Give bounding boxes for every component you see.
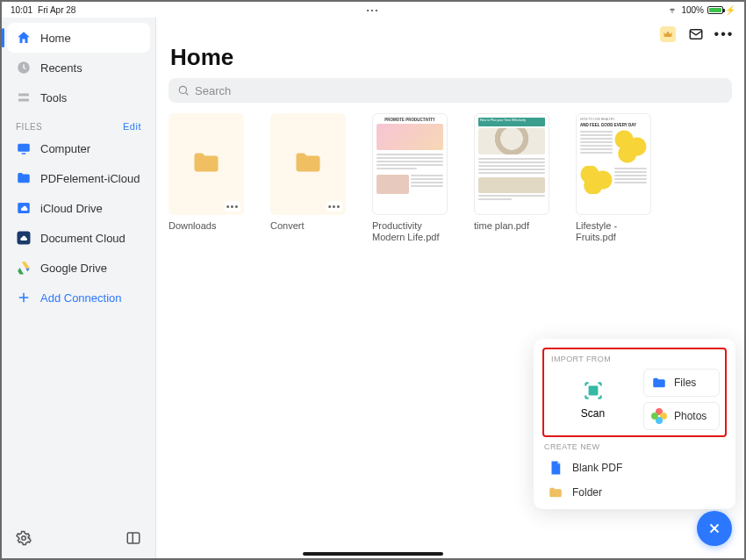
import-from-label: IMPORT FROM	[551, 355, 718, 363]
sidebar-item-label: Tools	[40, 91, 67, 104]
file-item-downloads[interactable]: ••• Downloads	[169, 113, 246, 243]
search-icon	[177, 84, 190, 97]
section-header-files: FILES Edit	[7, 112, 150, 133]
sidebar-add-connection[interactable]: Add Connection	[7, 283, 150, 312]
layout-icon[interactable]	[126, 530, 141, 546]
sidebar-item-computer[interactable]: Computer	[7, 133, 150, 163]
file-item-convert[interactable]: ••• Convert	[270, 113, 348, 243]
home-icon	[16, 30, 32, 46]
main-content: ••• Home Search ••• Downloads	[156, 18, 744, 558]
battery-percent: 100%	[681, 5, 704, 15]
sidebar-item-tools[interactable]: Tools	[7, 83, 150, 112]
status-date: Fri Apr 28	[38, 5, 75, 15]
more-icon[interactable]: •••	[716, 26, 732, 42]
doc-header-text: PROMOTE PRODUCTIVITY	[377, 118, 443, 122]
import-photos-label: Photos	[674, 410, 707, 422]
doc-header-small: HOW TO LIVE HEALTHY	[580, 118, 647, 121]
multitask-dots[interactable]: •••	[367, 6, 379, 14]
computer-icon	[16, 140, 32, 156]
svg-rect-1	[18, 94, 29, 97]
add-menu-panel: IMPORT FROM Scan Files	[534, 339, 735, 509]
document-icon	[548, 460, 563, 476]
sidebar: Home Recents Tools FILES Edit Computer	[2, 18, 156, 558]
status-bar: 10:01 Fri Apr 28 ••• 100% ⚡	[2, 2, 744, 18]
file-label: time plan.pdf	[474, 220, 529, 243]
sidebar-item-icloud-drive[interactable]: iCloud Drive	[7, 193, 150, 223]
file-label: Convert	[270, 220, 305, 243]
create-blank-pdf-label: Blank PDF	[572, 462, 622, 474]
page-title: Home	[170, 44, 732, 71]
search-input[interactable]: Search	[169, 78, 732, 103]
icloud-icon	[16, 200, 32, 216]
scan-icon	[582, 379, 605, 402]
sidebar-item-label: Computer	[40, 142, 90, 155]
import-scan[interactable]: Scan	[549, 369, 636, 430]
item-more-icon[interactable]: •••	[225, 201, 240, 212]
svg-point-7	[22, 536, 26, 541]
search-placeholder: Search	[195, 84, 231, 97]
file-label: Downloads	[169, 220, 216, 243]
svg-point-10	[179, 86, 186, 93]
file-item-lifestyle[interactable]: HOW TO LIVE HEALTHY AND FEEL GOOD EVERY …	[576, 113, 653, 243]
create-folder[interactable]: Folder	[548, 485, 721, 500]
svg-rect-2	[18, 99, 29, 102]
folder-icon	[187, 147, 226, 182]
folder-icon	[651, 375, 667, 391]
sidebar-item-pdfelement-icloud[interactable]: PDFelement-iCloud	[7, 163, 150, 193]
svg-rect-11	[588, 386, 598, 396]
import-from-group: IMPORT FROM Scan Files	[542, 348, 727, 437]
sidebar-item-label: iCloud Drive	[40, 202, 103, 215]
section-label: FILES	[16, 122, 42, 132]
sidebar-item-label: Google Drive	[40, 262, 107, 275]
home-indicator[interactable]	[303, 552, 443, 556]
close-icon	[707, 521, 722, 536]
sidebar-item-label: Add Connection	[40, 291, 122, 305]
tools-icon	[16, 90, 32, 105]
svg-rect-4	[22, 153, 26, 154]
wifi-icon	[667, 5, 678, 14]
create-blank-pdf[interactable]: Blank PDF	[548, 460, 721, 476]
sidebar-item-label: PDFelement-iCloud	[40, 172, 140, 185]
import-files-label: Files	[674, 377, 696, 389]
sidebar-item-label: Home	[40, 32, 71, 45]
file-label: Productivity Modern Life.pdf	[372, 220, 449, 243]
file-item-productivity[interactable]: PROMOTE PRODUCTIVITY	[372, 113, 449, 243]
file-item-timeplan[interactable]: How to Plan your Time Effectively time p…	[474, 113, 551, 243]
plus-icon	[16, 290, 32, 305]
charging-icon: ⚡	[725, 5, 735, 15]
sidebar-item-document-cloud[interactable]: Document Cloud	[7, 223, 150, 253]
file-grid: ••• Downloads ••• Convert PROMOTE PROD	[169, 113, 732, 243]
photos-icon	[651, 408, 667, 424]
sidebar-item-recents[interactable]: Recents	[7, 53, 150, 83]
battery-icon	[707, 6, 723, 14]
sidebar-item-label: Document Cloud	[40, 232, 126, 245]
doc-header-text: AND FEEL GOOD EVERY DAY	[580, 123, 647, 127]
folder-icon	[289, 147, 327, 182]
create-folder-label: Folder	[572, 486, 602, 499]
status-time: 10:01	[11, 5, 32, 15]
svg-rect-3	[18, 144, 30, 152]
folder-icon	[16, 170, 32, 186]
close-add-menu-button[interactable]	[697, 511, 732, 546]
folder-icon	[548, 485, 563, 500]
sidebar-item-label: Recents	[40, 61, 82, 75]
file-label: Lifestyle - Fruits.pdf	[576, 220, 653, 243]
import-scan-label: Scan	[581, 407, 605, 420]
item-more-icon[interactable]: •••	[326, 201, 342, 212]
google-drive-icon	[16, 260, 32, 276]
sidebar-item-home[interactable]: Home	[7, 23, 150, 53]
sidebar-item-google-drive[interactable]: Google Drive	[7, 253, 150, 283]
mail-icon[interactable]	[688, 26, 704, 42]
premium-icon[interactable]	[660, 26, 676, 42]
doc-header-text: How to Plan your Time Effectively	[478, 118, 545, 126]
create-new-label: CREATE NEW	[544, 442, 725, 451]
edit-link[interactable]: Edit	[123, 121, 141, 132]
document-cloud-icon	[16, 230, 32, 246]
clock-icon	[16, 60, 32, 75]
import-photos[interactable]: Photos	[643, 402, 720, 430]
import-files[interactable]: Files	[643, 369, 720, 397]
settings-icon[interactable]	[16, 530, 32, 546]
